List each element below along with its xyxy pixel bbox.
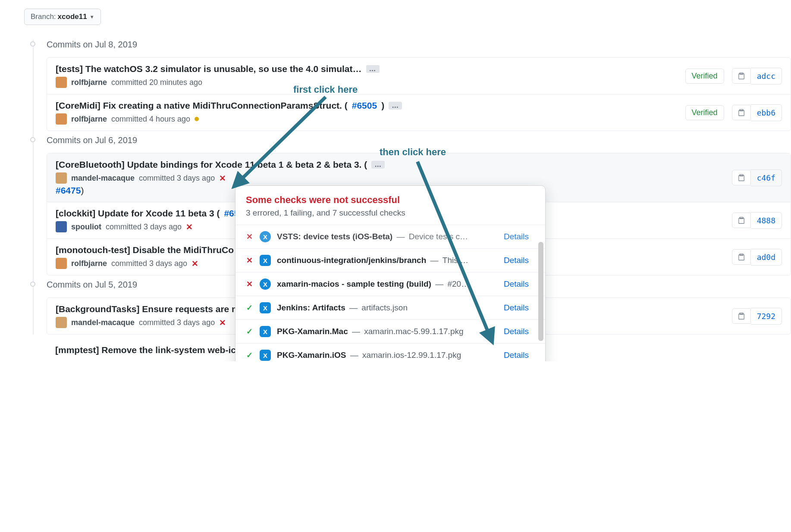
- commit-list: [tests] The watchOS 3.2 simulator is unu…: [47, 57, 791, 131]
- chevron-down-icon: ▼: [90, 14, 94, 19]
- avatar[interactable]: [56, 221, 67, 232]
- avatar[interactable]: [56, 317, 67, 328]
- annotation-then: then click here: [380, 147, 446, 158]
- check-details-link[interactable]: Details: [504, 232, 529, 241]
- check-name: xamarin-macios - sample testing (build): [277, 279, 431, 288]
- check-details-link[interactable]: Details: [504, 350, 529, 360]
- check-description: artifacts.json: [361, 303, 408, 312]
- commit-time: committed 3 days ago: [139, 174, 215, 183]
- check-row: ✕XVSTS: device tests (iOS-Beta) — Device…: [235, 225, 545, 248]
- check-description: #20…: [447, 279, 469, 288]
- ci-logo-icon: X: [260, 302, 271, 313]
- check-details-link[interactable]: Details: [504, 279, 529, 289]
- x-icon[interactable]: ✕: [219, 173, 226, 183]
- check-name: continuous-integration/jenkins/branch: [277, 256, 426, 265]
- copy-sha-button[interactable]: [732, 249, 751, 265]
- timeline-dot: [30, 282, 35, 287]
- date-label: Commits on Jul 6, 2019: [47, 135, 791, 145]
- check-description: Device tests c…: [409, 232, 468, 241]
- check-icon: ✓: [245, 327, 254, 336]
- check-icon: ✓: [245, 350, 254, 360]
- commit-time: committed 3 days ago: [106, 222, 182, 232]
- check-row: ✕Xxamarin-macios - sample testing (build…: [235, 272, 545, 296]
- ci-logo-icon: X: [260, 231, 271, 242]
- commit-time: committed 4 hours ago: [111, 115, 190, 124]
- ellipsis-button[interactable]: …: [371, 161, 385, 169]
- commit-title[interactable]: [CoreBluetooth] Update bindings for Xcod…: [56, 160, 723, 170]
- commit-sha-link[interactable]: adcc: [751, 68, 782, 84]
- check-icon: ✓: [245, 303, 254, 313]
- ellipsis-button[interactable]: …: [366, 65, 380, 73]
- commit-title[interactable]: [CoreMidi] Fix creating a native MidiThr…: [56, 100, 677, 111]
- branch-name: xcode11: [58, 13, 87, 21]
- pr-link[interactable]: #6475: [56, 185, 81, 195]
- popover-title: Some checks were not successful: [246, 194, 535, 206]
- verified-badge[interactable]: Verified: [685, 105, 724, 120]
- check-name: VSTS: device tests (iOS-Beta): [277, 232, 392, 241]
- commit-time: committed 3 days ago: [111, 259, 187, 268]
- check-row: ✕Xcontinuous-integration/jenkins/branch …: [235, 248, 545, 272]
- commit-sha-link[interactable]: ad0d: [751, 249, 782, 266]
- commit-sha-link[interactable]: ebb6: [751, 104, 782, 121]
- author-link[interactable]: mandel-macaque: [71, 174, 135, 183]
- check-details-link[interactable]: Details: [504, 303, 529, 313]
- ci-logo-icon: X: [260, 350, 271, 361]
- checks-popover: Some checks were not successful 3 errore…: [235, 185, 546, 361]
- timeline-dot: [30, 137, 35, 142]
- x-icon[interactable]: ✕: [186, 222, 193, 232]
- author-link[interactable]: rolfbjarne: [71, 78, 107, 87]
- date-label: Commits on Jul 8, 2019: [47, 40, 791, 50]
- scrollbar-thumb[interactable]: [538, 242, 543, 341]
- copy-sha-button[interactable]: [732, 68, 751, 84]
- author-link[interactable]: rolfbjarne: [71, 115, 107, 124]
- check-description: xamarin.ios-12.99.1.17.pkg: [362, 350, 461, 360]
- commit-item: [CoreMidi] Fix creating a native MidiThr…: [47, 94, 791, 131]
- x-icon[interactable]: ✕: [219, 318, 226, 328]
- check-name: PKG-Xamarin.iOS: [277, 350, 346, 360]
- avatar[interactable]: [56, 77, 67, 88]
- x-icon[interactable]: ✕: [191, 259, 198, 269]
- branch-select-button[interactable]: Branch: xcode11 ▼: [24, 9, 101, 25]
- ci-logo-icon: X: [260, 279, 271, 290]
- avatar[interactable]: [56, 113, 67, 125]
- check-row: ✓XPKG-Xamarin.iOS — xamarin.ios-12.99.1.…: [235, 343, 545, 361]
- check-name: Jenkins: Artifacts: [277, 303, 345, 312]
- ci-logo-icon: X: [260, 255, 271, 266]
- avatar[interactable]: [56, 172, 67, 184]
- commit-time: committed 3 days ago: [139, 318, 215, 327]
- check-description: This …: [443, 256, 468, 265]
- check-details-link[interactable]: Details: [504, 256, 529, 265]
- commit-sha-link[interactable]: 7292: [751, 308, 782, 325]
- verified-badge[interactable]: Verified: [685, 69, 724, 84]
- author-link[interactable]: spouliot: [71, 222, 101, 232]
- timeline-dot: [30, 41, 35, 47]
- branch-label: Branch:: [31, 13, 56, 21]
- x-icon: ✕: [245, 232, 254, 241]
- check-row: ✓XPKG-Xamarin.Mac — xamarin.mac-5.99.1.1…: [235, 319, 545, 343]
- avatar[interactable]: [56, 258, 67, 269]
- check-description: xamarin.mac-5.99.1.17.pkg: [364, 327, 463, 336]
- check-row: ✓XJenkins: Artifacts — artifacts.jsonDet…: [235, 296, 545, 319]
- copy-sha-button[interactable]: [732, 170, 751, 185]
- check-details-link[interactable]: Details: [504, 327, 529, 336]
- author-link[interactable]: rolfbjarne: [71, 259, 107, 268]
- x-icon: ✕: [245, 256, 254, 265]
- check-name: PKG-Xamarin.Mac: [277, 327, 348, 336]
- commit-sha-link[interactable]: 4888: [751, 212, 782, 229]
- ellipsis-button[interactable]: …: [389, 102, 402, 110]
- x-icon: ✕: [245, 279, 254, 289]
- author-link[interactable]: mandel-macaque: [71, 318, 135, 327]
- commit-time: committed 20 minutes ago: [111, 78, 202, 87]
- popover-subtitle: 3 errored, 1 failing, and 7 successful c…: [246, 208, 535, 218]
- copy-sha-button[interactable]: [732, 105, 751, 120]
- commit-sha-link[interactable]: c46f: [751, 169, 782, 186]
- commit-item: [tests] The watchOS 3.2 simulator is unu…: [47, 58, 791, 94]
- pending-dot-icon[interactable]: [195, 117, 199, 121]
- copy-sha-button[interactable]: [732, 308, 751, 324]
- commit-title[interactable]: [tests] The watchOS 3.2 simulator is unu…: [56, 64, 677, 74]
- copy-sha-button[interactable]: [732, 213, 751, 228]
- ci-logo-icon: X: [260, 326, 271, 337]
- annotation-first: first click here: [293, 84, 358, 95]
- pr-link[interactable]: #6505: [352, 100, 377, 111]
